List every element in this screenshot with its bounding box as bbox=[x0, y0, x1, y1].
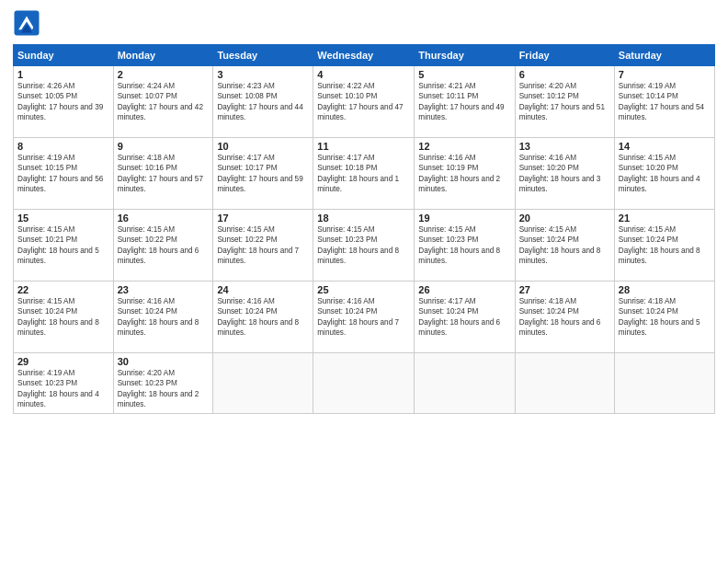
weekday-header: Sunday bbox=[14, 45, 114, 66]
calendar-cell bbox=[515, 353, 614, 414]
day-info: Sunrise: 4:21 AM Sunset: 10:11 PM Daylig… bbox=[418, 81, 510, 123]
sunset-label: Sunset: 10:24 PM bbox=[217, 307, 277, 316]
day-number: 23 bbox=[118, 284, 210, 295]
day-number: 18 bbox=[317, 213, 410, 224]
day-info: Sunrise: 4:20 AM Sunset: 10:12 PM Daylig… bbox=[519, 81, 610, 123]
day-number: 22 bbox=[17, 284, 109, 295]
sunrise-label: Sunrise: 4:16 AM bbox=[519, 154, 576, 162]
calendar-cell: 20 Sunrise: 4:15 AM Sunset: 10:24 PM Day… bbox=[515, 210, 614, 282]
day-number: 5 bbox=[418, 69, 510, 80]
calendar-cell: 23 Sunrise: 4:16 AM Sunset: 10:24 PM Day… bbox=[113, 282, 213, 353]
sunset-label: Sunset: 10:08 PM bbox=[217, 92, 277, 100]
day-number: 6 bbox=[519, 69, 610, 80]
sunrise-label: Sunrise: 4:15 AM bbox=[17, 297, 74, 305]
sunset-label: Sunset: 10:16 PM bbox=[118, 164, 177, 172]
weekday-header: Friday bbox=[515, 45, 614, 66]
day-info: Sunrise: 4:17 AM Sunset: 10:24 PM Daylig… bbox=[418, 296, 510, 339]
day-info: Sunrise: 4:18 AM Sunset: 10:24 PM Daylig… bbox=[519, 296, 610, 339]
day-number: 19 bbox=[418, 213, 510, 224]
sunset-label: Sunset: 10:24 PM bbox=[519, 236, 579, 244]
daylight-label: Daylight: 18 hours and 6 minutes. bbox=[118, 247, 199, 265]
daylight-label: Daylight: 17 hours and 59 minutes. bbox=[217, 175, 302, 193]
daylight-label: Daylight: 18 hours and 8 minutes. bbox=[619, 247, 700, 265]
sunrise-label: Sunrise: 4:16 AM bbox=[317, 297, 374, 305]
day-info: Sunrise: 4:18 AM Sunset: 10:24 PM Daylig… bbox=[619, 296, 711, 339]
calendar-page: SundayMondayTuesdayWednesdayThursdayFrid… bbox=[0, 0, 728, 563]
day-info: Sunrise: 4:16 AM Sunset: 10:20 PM Daylig… bbox=[519, 153, 610, 195]
day-info: Sunrise: 4:20 AM Sunset: 10:23 PM Daylig… bbox=[118, 368, 210, 410]
sunrise-label: Sunrise: 4:19 AM bbox=[619, 82, 676, 90]
weekday-header: Wednesday bbox=[313, 45, 415, 66]
daylight-label: Daylight: 18 hours and 8 minutes. bbox=[17, 318, 99, 337]
daylight-label: Daylight: 17 hours and 56 minutes. bbox=[17, 175, 103, 193]
day-number: 24 bbox=[217, 284, 309, 295]
calendar-cell: 29 Sunrise: 4:19 AM Sunset: 10:23 PM Day… bbox=[14, 353, 114, 414]
calendar-cell: 22 Sunrise: 4:15 AM Sunset: 10:24 PM Day… bbox=[14, 282, 114, 353]
weekday-header: Thursday bbox=[415, 45, 515, 66]
day-number: 10 bbox=[217, 141, 309, 152]
sunset-label: Sunset: 10:10 PM bbox=[317, 92, 377, 100]
sunset-label: Sunset: 10:23 PM bbox=[118, 379, 177, 387]
day-info: Sunrise: 4:19 AM Sunset: 10:15 PM Daylig… bbox=[17, 153, 109, 195]
calendar-cell: 21 Sunrise: 4:15 AM Sunset: 10:24 PM Day… bbox=[614, 210, 714, 282]
calendar-cell: 7 Sunrise: 4:19 AM Sunset: 10:14 PM Dayl… bbox=[614, 66, 714, 138]
calendar-cell: 26 Sunrise: 4:17 AM Sunset: 10:24 PM Day… bbox=[415, 282, 515, 353]
sunset-label: Sunset: 10:23 PM bbox=[418, 236, 478, 244]
day-info: Sunrise: 4:17 AM Sunset: 10:17 PM Daylig… bbox=[217, 153, 309, 195]
sunrise-label: Sunrise: 4:18 AM bbox=[619, 297, 676, 305]
calendar-cell bbox=[415, 353, 515, 414]
sunrise-label: Sunrise: 4:15 AM bbox=[418, 225, 475, 234]
calendar-week-row: 8 Sunrise: 4:19 AM Sunset: 10:15 PM Dayl… bbox=[14, 138, 715, 210]
calendar-cell: 4 Sunrise: 4:22 AM Sunset: 10:10 PM Dayl… bbox=[313, 66, 415, 138]
day-number: 14 bbox=[619, 141, 711, 152]
day-number: 13 bbox=[519, 141, 610, 152]
daylight-label: Daylight: 18 hours and 5 minutes. bbox=[17, 247, 99, 265]
sunrise-label: Sunrise: 4:15 AM bbox=[118, 225, 175, 234]
sunrise-label: Sunrise: 4:19 AM bbox=[17, 369, 74, 377]
day-info: Sunrise: 4:18 AM Sunset: 10:16 PM Daylig… bbox=[118, 153, 210, 195]
day-info: Sunrise: 4:15 AM Sunset: 10:21 PM Daylig… bbox=[17, 224, 109, 267]
calendar-cell bbox=[614, 353, 714, 414]
calendar-cell bbox=[213, 353, 313, 414]
sunset-label: Sunset: 10:20 PM bbox=[519, 164, 579, 172]
sunrise-label: Sunrise: 4:15 AM bbox=[317, 225, 374, 234]
calendar-cell: 3 Sunrise: 4:23 AM Sunset: 10:08 PM Dayl… bbox=[213, 66, 313, 138]
weekday-header: Tuesday bbox=[213, 45, 313, 66]
calendar-cell: 27 Sunrise: 4:18 AM Sunset: 10:24 PM Day… bbox=[515, 282, 614, 353]
calendar-cell: 17 Sunrise: 4:15 AM Sunset: 10:22 PM Day… bbox=[213, 210, 313, 282]
sunrise-label: Sunrise: 4:19 AM bbox=[17, 154, 74, 162]
sunrise-label: Sunrise: 4:15 AM bbox=[217, 225, 274, 234]
daylight-label: Daylight: 18 hours and 1 minute. bbox=[317, 175, 399, 193]
day-number: 12 bbox=[418, 141, 510, 152]
day-info: Sunrise: 4:19 AM Sunset: 10:23 PM Daylig… bbox=[17, 368, 109, 410]
sunrise-label: Sunrise: 4:23 AM bbox=[217, 82, 274, 90]
daylight-label: Daylight: 17 hours and 49 minutes. bbox=[418, 103, 504, 121]
sunrise-label: Sunrise: 4:22 AM bbox=[317, 82, 374, 90]
daylight-label: Daylight: 18 hours and 2 minutes. bbox=[118, 390, 199, 408]
sunset-label: Sunset: 10:14 PM bbox=[619, 92, 678, 100]
header bbox=[13, 9, 715, 37]
daylight-label: Daylight: 17 hours and 42 minutes. bbox=[118, 103, 203, 121]
day-info: Sunrise: 4:17 AM Sunset: 10:18 PM Daylig… bbox=[317, 153, 410, 195]
day-info: Sunrise: 4:16 AM Sunset: 10:19 PM Daylig… bbox=[418, 153, 510, 195]
daylight-label: Daylight: 18 hours and 6 minutes. bbox=[519, 318, 601, 337]
sunset-label: Sunset: 10:24 PM bbox=[317, 307, 377, 316]
day-number: 9 bbox=[118, 141, 210, 152]
sunset-label: Sunset: 10:23 PM bbox=[17, 379, 77, 387]
day-number: 25 bbox=[317, 284, 410, 295]
calendar-cell: 8 Sunrise: 4:19 AM Sunset: 10:15 PM Dayl… bbox=[14, 138, 114, 210]
daylight-label: Daylight: 17 hours and 39 minutes. bbox=[17, 103, 103, 121]
daylight-label: Daylight: 17 hours and 47 minutes. bbox=[317, 103, 403, 121]
day-number: 26 bbox=[418, 284, 510, 295]
calendar-cell bbox=[313, 353, 415, 414]
day-number: 4 bbox=[317, 69, 410, 80]
day-number: 27 bbox=[519, 284, 610, 295]
calendar-cell: 6 Sunrise: 4:20 AM Sunset: 10:12 PM Dayl… bbox=[515, 66, 614, 138]
daylight-label: Daylight: 17 hours and 44 minutes. bbox=[217, 103, 302, 121]
daylight-label: Daylight: 17 hours and 57 minutes. bbox=[118, 175, 203, 193]
sunrise-label: Sunrise: 4:16 AM bbox=[217, 297, 274, 305]
day-info: Sunrise: 4:16 AM Sunset: 10:24 PM Daylig… bbox=[217, 296, 309, 339]
daylight-label: Daylight: 18 hours and 3 minutes. bbox=[519, 175, 601, 193]
daylight-label: Daylight: 18 hours and 4 minutes. bbox=[17, 390, 99, 408]
calendar-cell: 1 Sunrise: 4:26 AM Sunset: 10:05 PM Dayl… bbox=[14, 66, 114, 138]
